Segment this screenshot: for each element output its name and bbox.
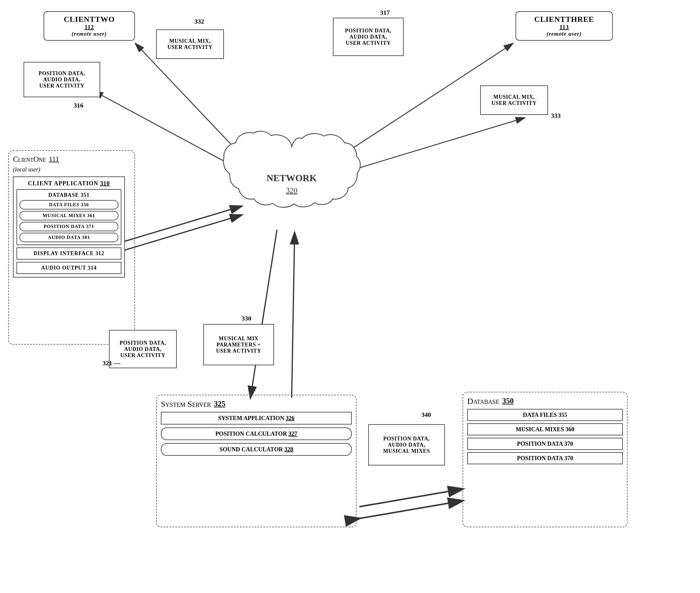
audio-data-381: Audio Data 381 (20, 233, 118, 242)
svg-line-10 (250, 230, 277, 398)
client-one-ref: 111 (49, 155, 59, 163)
client-one-label: ClientOne (13, 155, 46, 164)
ref-316: 316 (74, 102, 83, 109)
system-server-outer: System Server 325 System Application 326… (156, 395, 356, 527)
svg-line-11 (292, 233, 295, 398)
system-app-326: System Application 326 (161, 412, 352, 425)
display-interface-312: Display Interface 312 (16, 247, 121, 260)
client-app-box: Client Application 310 Database 351 Data… (13, 176, 125, 277)
data-box-330: MUSICAL MIX PARAMETERS + USER ACTIVITY (203, 324, 274, 365)
svg-line-13 (359, 501, 463, 518)
client-three-label: ClientThree (535, 15, 594, 24)
client-two-ref: 112 (84, 24, 94, 31)
system-server-ref: 325 (214, 399, 225, 408)
client-two-subtitle: (remote user) (72, 31, 107, 37)
database-outer: Database 350 Data Files 355 Musical Mixe… (463, 392, 627, 527)
ref-330: 330 (242, 315, 251, 322)
ref-317: 317 (380, 9, 390, 16)
svg-text:NETWORK: NETWORK (267, 173, 317, 183)
database-label: Database (467, 397, 499, 406)
client-three-box: ClientThree 113 (remote user) (515, 11, 613, 41)
audio-output-314: Audio Output 314 (16, 262, 121, 274)
data-files-355: Data Files 355 (467, 409, 623, 421)
ref-333: 333 (551, 112, 561, 120)
data-box-333: MUSICAL MIX, USER ACTIVITY (480, 85, 548, 115)
client-one-subtitle: (local user) (13, 166, 130, 173)
musical-mixes-361: Musical Mixes 361 (20, 211, 118, 220)
svg-text:320: 320 (286, 186, 298, 195)
database-ref: 350 (502, 397, 514, 405)
client-two-label: ClientTwo (64, 15, 115, 24)
data-box-317: POSITION DATA, AUDIO DATA, USER ACTIVITY (333, 18, 403, 56)
client-three-subtitle: (remote user) (546, 31, 582, 37)
data-files-356: Data Files 356 (20, 200, 118, 209)
client-two-box: ClientTwo 112 (remote user) (44, 11, 135, 41)
system-server-label: System Server (161, 399, 211, 409)
position-data-370b: Position Data 370 (467, 452, 623, 464)
database-351-box: Database 351 Data Files 356 Musical Mixe… (16, 189, 121, 245)
position-calc-327: Position Calculator 327 (161, 428, 352, 440)
sound-calc-328: Sound Calculator 328 (161, 443, 352, 456)
position-data-370a: Position Data 370 (467, 438, 623, 450)
client-one-outer: ClientOne 111 (local user) Client Applic… (8, 150, 135, 345)
position-data-371: Position Data 371 (20, 222, 118, 231)
data-box-340: POSITION DATA, AUDIO DATA, MUSICAL MIXES (368, 424, 445, 466)
ref-321: 321 — (103, 359, 120, 367)
svg-line-12 (359, 489, 463, 507)
data-box-332: MUSICAL MIX, USER ACTIVITY (156, 30, 224, 59)
ref-340: 340 (421, 411, 431, 419)
data-box-316: POSITION DATA, AUDIO DATA, USER ACTIVITY (24, 62, 100, 97)
client-app-label: Client Application 310 (16, 180, 121, 187)
ref-332: 332 (194, 18, 204, 25)
musical-mixes-360: Musical Mixes 360 (467, 423, 623, 435)
client-three-ref: 113 (559, 24, 569, 31)
database-351-label: Database 351 (20, 192, 118, 198)
network-cloud: NETWORK 320 (221, 130, 362, 242)
diagram: ClientTwo 112 (remote user) ClientThree … (0, 0, 700, 593)
cloud-svg: NETWORK 320 (221, 130, 362, 242)
